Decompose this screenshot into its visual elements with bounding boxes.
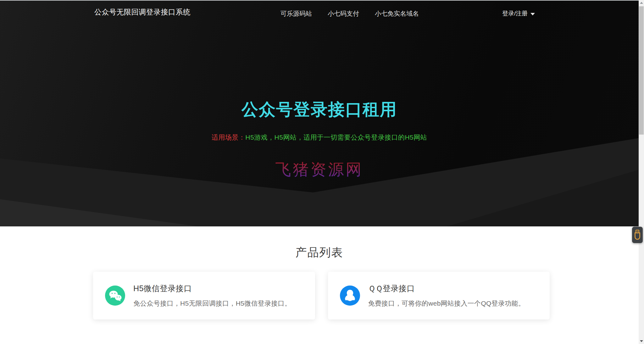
- section-title-product-list: 产品列表: [0, 245, 639, 260]
- login-register-label: 登录/注册: [502, 9, 528, 18]
- scroll-up-button[interactable]: [639, 0, 644, 6]
- qq-icon: [340, 286, 360, 306]
- hero-title: 公众号登录接口租用: [0, 98, 639, 121]
- product-card-description: 免费接口，可将你的web网站接入一个QQ登录功能。: [368, 299, 525, 308]
- usb-drive-icon: [634, 229, 641, 241]
- nav-link-xiaoqi-pay[interactable]: 小七码支付: [328, 9, 359, 18]
- floating-extension-widget[interactable]: [632, 227, 643, 243]
- nav-link-kele-source[interactable]: 可乐源码站: [280, 9, 312, 18]
- nav-links: 可乐源码站 小七码支付 小七免实名域名: [280, 9, 419, 18]
- product-card-qq[interactable]: ＱＱ登录接口 免费接口，可将你的web网站接入一个QQ登录功能。: [328, 272, 550, 319]
- hero-banner: 公众号无限回调登录接口系统 可乐源码站 小七码支付 小七免实名域名 登录/注册 …: [0, 0, 639, 226]
- product-card-wechat[interactable]: H5微信登录接口 免公众号接口，H5无限回调接口，H5微信登录接口。: [93, 272, 315, 319]
- vertical-scrollbar[interactable]: [639, 0, 644, 344]
- product-card-description: 免公众号接口，H5无限回调接口，H5微信登录接口。: [133, 299, 291, 308]
- scroll-up-arrow-icon: [640, 2, 643, 4]
- top-hairline-divider: [0, 0, 639, 1]
- product-card-title: H5微信登录接口: [133, 283, 291, 294]
- navbar: 公众号无限回调登录接口系统 可乐源码站 小七码支付 小七免实名域名 登录/注册: [0, 0, 639, 23]
- watermark-text: 飞猪资源网: [0, 159, 639, 180]
- login-register-dropdown[interactable]: 登录/注册: [502, 9, 535, 18]
- nav-link-xiaoqi-domain[interactable]: 小七免实名域名: [375, 9, 419, 18]
- product-card-text: H5微信登录接口 免公众号接口，H5无限回调接口，H5微信登录接口。: [133, 283, 291, 308]
- scrollbar-thumb[interactable]: [639, 6, 644, 135]
- hero-subtitle-text: H5游戏，H5网站，适用于一切需要公众号登录接口的H5网站: [245, 134, 427, 141]
- hero-subtitle: 适用场景：H5游戏，H5网站，适用于一切需要公众号登录接口的H5网站: [0, 133, 639, 142]
- hero-subtitle-prefix: 适用场景：: [212, 134, 246, 141]
- product-card-text: ＱＱ登录接口 免费接口，可将你的web网站接入一个QQ登录功能。: [368, 283, 525, 308]
- brand-title[interactable]: 公众号无限回调登录接口系统: [94, 7, 191, 17]
- scroll-down-arrow-icon: [640, 340, 643, 342]
- wechat-icon: [105, 286, 125, 306]
- chevron-down-icon: [530, 13, 535, 15]
- product-cards-row: H5微信登录接口 免公众号接口，H5无限回调接口，H5微信登录接口。 ＱＱ登录接…: [93, 272, 550, 319]
- product-card-title: ＱＱ登录接口: [368, 283, 525, 294]
- scroll-down-button[interactable]: [639, 338, 644, 344]
